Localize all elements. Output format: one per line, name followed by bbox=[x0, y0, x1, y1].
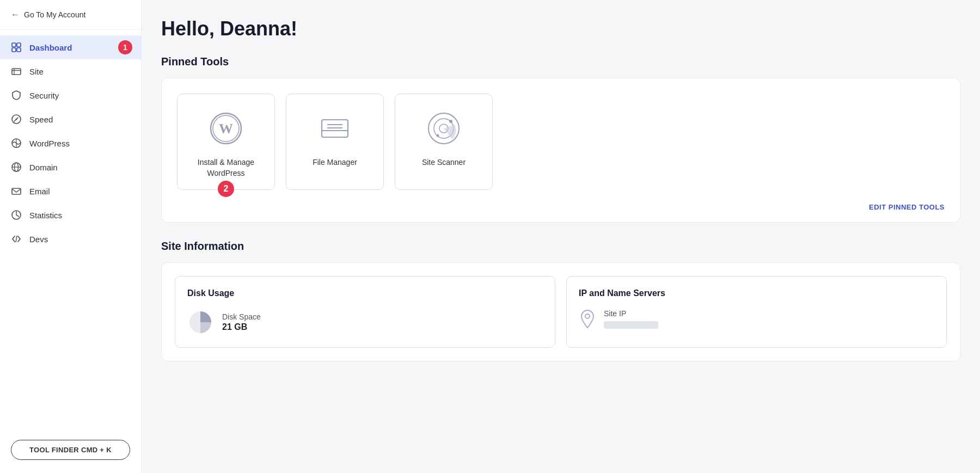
sidebar-item-label: Domain bbox=[29, 163, 58, 172]
svg-text:W: W bbox=[219, 121, 233, 137]
back-button[interactable]: ← Go To My Account bbox=[0, 0, 141, 30]
ip-value-placeholder bbox=[604, 321, 658, 329]
tool-label-wordpress: Install & Manage WordPress bbox=[188, 157, 264, 179]
pinned-tools-grid: W Install & Manage WordPress 2 bbox=[177, 94, 945, 190]
dashboard-icon bbox=[11, 42, 23, 53]
wordpress-icon bbox=[11, 138, 23, 149]
svg-rect-4 bbox=[12, 69, 21, 75]
site-info-card: Disk Usage Disk Space 21 GB IP a bbox=[161, 262, 960, 361]
back-arrow-icon: ← bbox=[11, 10, 20, 20]
sidebar-item-site[interactable]: Site bbox=[0, 59, 141, 83]
security-icon bbox=[11, 90, 23, 101]
sidebar-item-statistics[interactable]: Statistics bbox=[0, 203, 141, 227]
svg-point-30 bbox=[585, 314, 590, 318]
sidebar-item-label: Statistics bbox=[29, 211, 62, 220]
disk-info: Disk Space 21 GB bbox=[222, 312, 261, 332]
filemanager-tool-icon bbox=[316, 109, 354, 148]
domain-icon bbox=[11, 162, 23, 173]
dashboard-badge: 1 bbox=[118, 40, 132, 54]
ip-label: Site IP bbox=[604, 309, 658, 318]
sidebar-item-email[interactable]: Email bbox=[0, 179, 141, 203]
svg-point-28 bbox=[437, 134, 439, 137]
site-info-title: Site Information bbox=[161, 240, 960, 253]
disk-chart-icon bbox=[187, 309, 213, 335]
sidebar-item-label: Security bbox=[29, 91, 59, 100]
tool-finder-button[interactable]: TOOL FINDER CMD + K bbox=[11, 440, 130, 460]
disk-usage-panel: Disk Usage Disk Space 21 GB bbox=[175, 276, 555, 348]
scanner-tool-icon bbox=[425, 109, 463, 148]
sidebar-item-security[interactable]: Security bbox=[0, 83, 141, 107]
sidebar-item-wordpress[interactable]: WordPress bbox=[0, 131, 141, 155]
email-icon bbox=[11, 186, 23, 196]
disk-usage-title: Disk Usage bbox=[187, 288, 543, 298]
speed-icon bbox=[11, 114, 23, 125]
svg-point-8 bbox=[16, 119, 17, 120]
tool-label-scanner: Site Scanner bbox=[422, 157, 465, 168]
svg-rect-0 bbox=[12, 43, 16, 47]
ip-info: Site IP bbox=[604, 309, 658, 329]
site-info-grid: Disk Usage Disk Space 21 GB IP a bbox=[175, 276, 947, 348]
sidebar-item-label: Email bbox=[29, 187, 50, 196]
sidebar-item-label: Site bbox=[29, 67, 44, 76]
disk-label: Disk Space bbox=[222, 312, 261, 321]
pinned-tools-title: Pinned Tools bbox=[161, 56, 960, 68]
edit-pinned-row: EDIT PINNED TOOLS bbox=[177, 199, 945, 211]
site-icon bbox=[11, 66, 23, 77]
main-content: Hello, Deanna! Pinned Tools W Install & … bbox=[142, 0, 980, 473]
back-label: Go To My Account bbox=[24, 10, 85, 19]
ip-row: Site IP bbox=[579, 309, 934, 329]
location-pin-icon bbox=[579, 309, 596, 329]
sidebar-nav: Dashboard 1 Site Security bbox=[0, 30, 141, 431]
svg-rect-2 bbox=[12, 48, 16, 52]
devs-icon bbox=[11, 234, 23, 244]
statistics-icon bbox=[11, 210, 23, 220]
sidebar-item-label: Speed bbox=[29, 115, 53, 124]
svg-rect-1 bbox=[17, 43, 21, 47]
sidebar-item-label: WordPress bbox=[29, 139, 70, 148]
ip-servers-title: IP and Name Servers bbox=[579, 288, 934, 298]
sidebar-item-dashboard[interactable]: Dashboard 1 bbox=[0, 35, 141, 59]
svg-point-27 bbox=[449, 120, 452, 123]
page-title: Hello, Deanna! bbox=[161, 17, 960, 40]
tool-card-scanner[interactable]: Site Scanner bbox=[395, 94, 493, 190]
ip-servers-panel: IP and Name Servers Site IP bbox=[566, 276, 947, 348]
disk-row: Disk Space 21 GB bbox=[187, 309, 543, 335]
sidebar: ← Go To My Account Dashboard 1 bbox=[0, 0, 142, 473]
svg-line-16 bbox=[16, 236, 17, 242]
sidebar-item-label: Devs bbox=[29, 235, 48, 244]
sidebar-item-devs[interactable]: Devs bbox=[0, 227, 141, 251]
wordpress-tool-badge: 2 bbox=[218, 181, 234, 197]
wordpress-tool-icon: W bbox=[207, 109, 245, 148]
disk-value: 21 GB bbox=[222, 322, 261, 332]
pinned-tools-card: W Install & Manage WordPress 2 bbox=[161, 78, 960, 223]
svg-rect-14 bbox=[12, 188, 21, 194]
tool-card-filemanager[interactable]: File Manager bbox=[286, 94, 384, 190]
sidebar-item-domain[interactable]: Domain bbox=[0, 155, 141, 179]
sidebar-item-label: Dashboard bbox=[29, 43, 72, 52]
edit-pinned-tools-link[interactable]: EDIT PINNED TOOLS bbox=[869, 203, 945, 211]
tool-label-filemanager: File Manager bbox=[313, 157, 357, 168]
tool-card-wordpress[interactable]: W Install & Manage WordPress 2 bbox=[177, 94, 275, 190]
sidebar-item-speed[interactable]: Speed bbox=[0, 107, 141, 131]
svg-rect-3 bbox=[17, 48, 21, 52]
